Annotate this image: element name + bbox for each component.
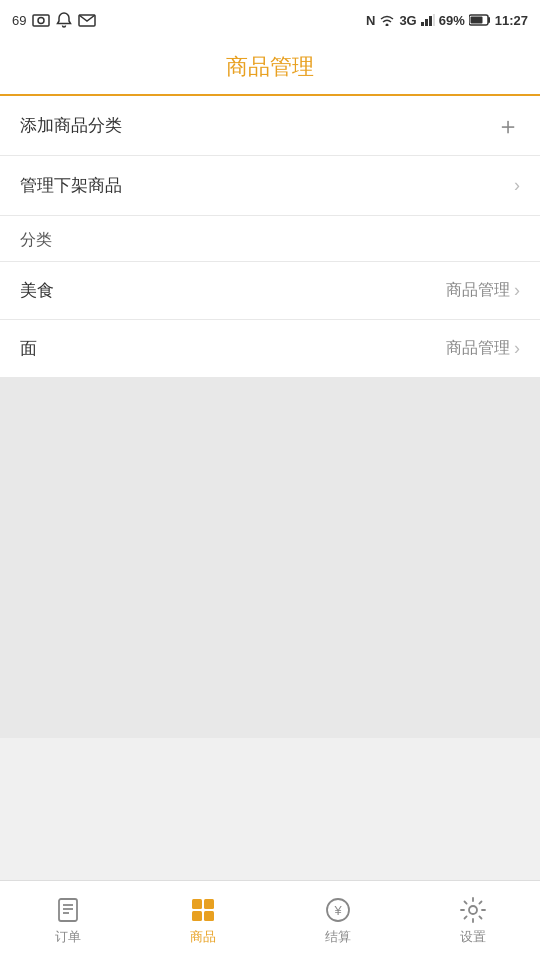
svg-point-1 bbox=[38, 18, 44, 24]
page-header: 商品管理 bbox=[0, 40, 540, 96]
pay-icon: ¥ bbox=[324, 896, 352, 924]
signal-indicator: N bbox=[366, 13, 375, 28]
nav-item-product[interactable]: 商品 bbox=[135, 881, 270, 960]
category-action-mian: 商品管理 bbox=[446, 338, 510, 359]
battery-level: 69% bbox=[439, 13, 465, 28]
network-type: 3G bbox=[399, 13, 416, 28]
wifi-icon bbox=[379, 14, 395, 26]
svg-rect-5 bbox=[425, 19, 428, 26]
plus-icon: ＋ bbox=[496, 110, 520, 142]
clock: 11:27 bbox=[495, 13, 528, 28]
category-row-mian[interactable]: 面 商品管理 › bbox=[0, 320, 540, 378]
category-row-meishi[interactable]: 美食 商品管理 › bbox=[0, 262, 540, 320]
chevron-right-icon-meishi: › bbox=[514, 280, 520, 301]
chevron-right-icon: › bbox=[514, 175, 520, 196]
section-label: 分类 bbox=[0, 216, 540, 262]
nav-label-settings: 设置 bbox=[460, 928, 486, 946]
svg-rect-6 bbox=[429, 16, 432, 26]
bottom-nav: 订单 商品 ¥ 结算 设置 bbox=[0, 880, 540, 960]
category-right-mian: 商品管理 › bbox=[446, 338, 520, 359]
category-name-meishi: 美食 bbox=[20, 279, 54, 302]
order-icon bbox=[54, 896, 82, 924]
svg-point-3 bbox=[386, 24, 389, 27]
svg-rect-15 bbox=[204, 899, 214, 909]
svg-rect-16 bbox=[192, 911, 202, 921]
chevron-right-icon-mian: › bbox=[514, 338, 520, 359]
nav-label-product: 商品 bbox=[190, 928, 216, 946]
svg-rect-14 bbox=[192, 899, 202, 909]
status-left: 69 bbox=[12, 12, 96, 28]
svg-rect-4 bbox=[421, 22, 424, 26]
mail-icon bbox=[78, 14, 96, 27]
empty-area bbox=[0, 378, 540, 738]
status-right: N 3G 69% 11:27 bbox=[366, 13, 528, 28]
nav-item-order[interactable]: 订单 bbox=[0, 881, 135, 960]
product-icon bbox=[189, 896, 217, 924]
status-number: 69 bbox=[12, 13, 26, 28]
add-category-label: 添加商品分类 bbox=[20, 114, 122, 137]
battery-icon bbox=[469, 14, 491, 26]
svg-rect-0 bbox=[33, 15, 49, 26]
page-title: 商品管理 bbox=[226, 52, 314, 82]
svg-rect-10 bbox=[59, 899, 77, 921]
svg-rect-9 bbox=[470, 17, 482, 24]
nav-item-settings[interactable]: 设置 bbox=[405, 881, 540, 960]
manage-removed-button[interactable]: 管理下架商品 › bbox=[0, 156, 540, 216]
nav-label-checkout: 结算 bbox=[325, 928, 351, 946]
status-bar: 69 N 3G 69% bbox=[0, 0, 540, 40]
svg-point-20 bbox=[469, 906, 477, 914]
category-action-meishi: 商品管理 bbox=[446, 280, 510, 301]
signal-bars-icon bbox=[421, 14, 435, 26]
svg-text:¥: ¥ bbox=[333, 903, 342, 918]
category-name-mian: 面 bbox=[20, 337, 37, 360]
nav-label-order: 订单 bbox=[55, 928, 81, 946]
main-content: 添加商品分类 ＋ 管理下架商品 › 分类 美食 商品管理 › 面 商品管理 › bbox=[0, 96, 540, 378]
nav-item-checkout[interactable]: ¥ 结算 bbox=[270, 881, 405, 960]
notification-icon bbox=[56, 12, 72, 28]
photo-icon bbox=[32, 13, 50, 27]
category-right-meishi: 商品管理 › bbox=[446, 280, 520, 301]
manage-removed-label: 管理下架商品 bbox=[20, 174, 122, 197]
svg-rect-7 bbox=[433, 14, 435, 26]
svg-rect-17 bbox=[204, 911, 214, 921]
add-category-button[interactable]: 添加商品分类 ＋ bbox=[0, 96, 540, 156]
settings-icon bbox=[459, 896, 487, 924]
